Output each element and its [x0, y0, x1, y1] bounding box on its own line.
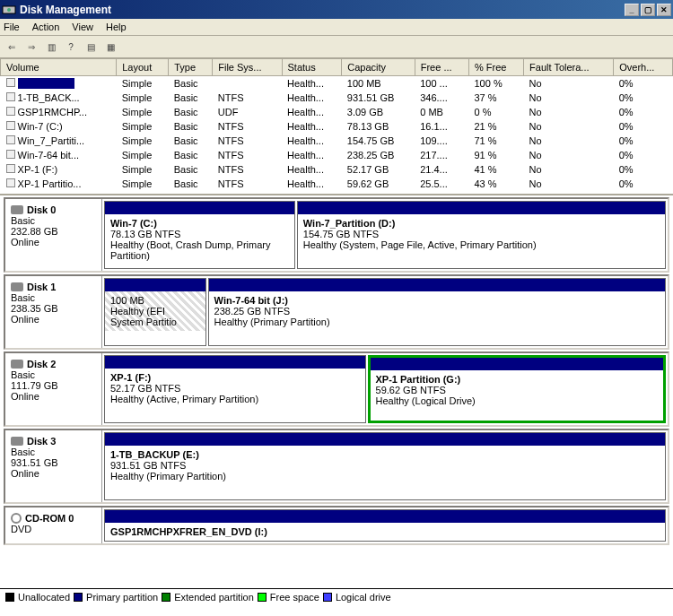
toolbar: ⇐ ⇒ ▥ ? ▤ ▦ [0, 36, 673, 58]
help-button[interactable]: ? [63, 39, 79, 55]
legend-label: Unallocated [18, 592, 70, 603]
partition-header [209, 279, 665, 291]
col-type[interactable]: Type [169, 59, 213, 76]
window-title: Disk Management [20, 4, 623, 16]
disk-info: CD-ROM 0 DVD [5, 508, 102, 543]
partition-status: Healthy (Logical Drive) [376, 395, 658, 406]
legend-label: Primary partition [86, 592, 158, 603]
disk-type: Basic [11, 447, 96, 457]
disk-row-cdrom[interactable]: CD-ROM 0 DVD GSP1RMCHPXFRER_EN_DVD (I:) [4, 506, 669, 545]
col-capacity[interactable]: Capacity [342, 59, 415, 76]
col-over[interactable]: Overh... [614, 59, 673, 76]
partition-header [298, 202, 665, 214]
back-button[interactable]: ⇐ [4, 39, 20, 55]
partition[interactable]: Win-7 (C:) 78.13 GB NTFS Healthy (Boot, … [104, 201, 295, 269]
partition-size: 59.62 GB NTFS [376, 385, 658, 395]
menu-view[interactable]: View [72, 22, 93, 32]
disk-label: Disk 1 [27, 282, 56, 292]
legend-label: Free space [270, 592, 319, 603]
partition-size: 238.25 GB NTFS [214, 306, 660, 317]
volume-table-pane: Volume Layout Type File Sys... Status Ca… [0, 58, 673, 195]
refresh-button[interactable]: ▥ [43, 39, 59, 55]
partition-selected[interactable]: XP-1 Partition (G:) 59.62 GB NTFS Health… [368, 355, 666, 423]
partition[interactable]: Win-7_Partition (D:) 154.75 GB NTFS Heal… [297, 201, 666, 269]
cdrom-icon [11, 513, 22, 524]
partition-header [105, 433, 665, 446]
volume-icon [6, 135, 15, 144]
partition-name: XP-1 Partition (G:) [376, 374, 658, 385]
col-layout[interactable]: Layout [117, 59, 169, 76]
partition-name: Win-7-64 bit (J:) [214, 295, 660, 306]
disk-status: Online [11, 468, 96, 479]
volume-icon [6, 92, 15, 101]
volume-icon [6, 107, 15, 116]
disk-label: Disk 2 [27, 359, 56, 369]
graphical-view: Disk 0 Basic 232.88 GB Online Win-7 (C:)… [0, 195, 673, 604]
table-row[interactable]: XP-1 (F:)SimpleBasicNTFSHealth...52.17 G… [1, 162, 673, 177]
col-status[interactable]: Status [282, 59, 342, 76]
partition-size: 154.75 GB NTFS [303, 229, 660, 239]
partition-size: 52.17 GB NTFS [110, 383, 360, 394]
menu-help[interactable]: Help [106, 22, 127, 32]
partition-name: XP-1 (F:) [110, 372, 360, 383]
col-fs[interactable]: File Sys... [213, 59, 282, 76]
table-row[interactable]: Win-7 (C:)SimpleBasicNTFSHealth...78.13 … [1, 119, 673, 134]
partition-status: Healthy (Primary Partition) [214, 317, 660, 327]
table-row[interactable]: SimpleBasicHealth...100 MB100 ...100 %No… [1, 76, 673, 91]
partition-name: Win-7_Partition (D:) [303, 218, 660, 229]
close-button[interactable]: ✕ [657, 4, 671, 16]
col-fault[interactable]: Fault Tolera... [524, 59, 614, 76]
volume-icon [6, 78, 15, 87]
table-row[interactable]: 1-TB_BACK...SimpleBasicNTFSHealth...931.… [1, 91, 673, 105]
swatch-extended [162, 593, 170, 602]
disk-icon [11, 437, 23, 446]
partition-efi[interactable]: 100 MB Healthy (EFI System Partitio [104, 278, 206, 346]
disk-label: Disk 3 [27, 436, 56, 447]
partition-size: 931.51 GB NTFS [110, 460, 660, 471]
disk-size: 931.51 GB [11, 457, 96, 468]
col-free[interactable]: Free ... [415, 59, 468, 76]
disk-icon [11, 205, 23, 214]
menu-file[interactable]: File [4, 22, 20, 32]
partition[interactable]: XP-1 (F:) 52.17 GB NTFS Healthy (Active,… [104, 355, 366, 423]
disk-label: CD-ROM 0 [25, 513, 74, 524]
disk-type: Basic [11, 369, 96, 380]
minimize-button[interactable]: _ [625, 4, 639, 16]
disk-size: 238.35 GB [11, 303, 96, 314]
partition-name: Win-7 (C:) [110, 218, 289, 229]
partition[interactable]: Win-7-64 bit (J:) 238.25 GB NTFS Healthy… [208, 278, 666, 346]
swatch-logical [323, 593, 332, 602]
swatch-primary [74, 593, 83, 602]
list-button[interactable]: ▦ [102, 39, 118, 55]
disk-size: 111.79 GB [11, 380, 96, 391]
titlebar: Disk Management _ ▢ ✕ [0, 0, 673, 19]
partition[interactable]: GSP1RMCHPXFRER_EN_DVD (I:) [104, 509, 666, 542]
partition-header [371, 358, 663, 370]
disk-label: Disk 0 [27, 204, 56, 215]
table-row[interactable]: Win-7-64 bit...SimpleBasicNTFSHealth...2… [1, 148, 673, 162]
disk-info: Disk 0 Basic 232.88 GB Online [5, 199, 102, 271]
maximize-button[interactable]: ▢ [641, 4, 655, 16]
disk-row-0[interactable]: Disk 0 Basic 232.88 GB Online Win-7 (C:)… [4, 197, 669, 273]
partition-status: Healthy (EFI System Partitio [110, 306, 200, 327]
col-volume[interactable]: Volume [1, 59, 117, 76]
properties-button[interactable]: ▤ [83, 39, 99, 55]
disk-row-1[interactable]: Disk 1 Basic 238.35 GB Online 100 MB Hea… [4, 274, 669, 350]
forward-button[interactable]: ⇒ [23, 39, 39, 55]
disk-row-3[interactable]: Disk 3 Basic 931.51 GB Online 1-TB_BACKU… [4, 429, 669, 504]
partition-header [105, 202, 294, 214]
menu-bar: File Action View Help [0, 19, 673, 36]
table-row[interactable]: GSP1RMCHP...SimpleBasicUDFHealth...3.09 … [1, 105, 673, 119]
partition[interactable]: 1-TB_BACKUP (E:) 931.51 GB NTFS Healthy … [104, 432, 666, 500]
disk-status: Online [11, 314, 96, 325]
disk-status: Online [11, 391, 96, 402]
partition-header [105, 279, 205, 291]
legend-label: Logical drive [336, 592, 391, 603]
col-pfree[interactable]: % Free [469, 59, 524, 76]
disk-row-2[interactable]: Disk 2 Basic 111.79 GB Online XP-1 (F:) … [4, 351, 669, 427]
table-row[interactable]: XP-1 Partitio...SimpleBasicNTFSHealth...… [1, 177, 673, 191]
menu-action[interactable]: Action [32, 22, 60, 32]
partition-name: 1-TB_BACKUP (E:) [110, 449, 660, 460]
table-row[interactable]: Win_7_Partiti...SimpleBasicNTFSHealth...… [1, 134, 673, 148]
svg-point-1 [7, 8, 11, 12]
